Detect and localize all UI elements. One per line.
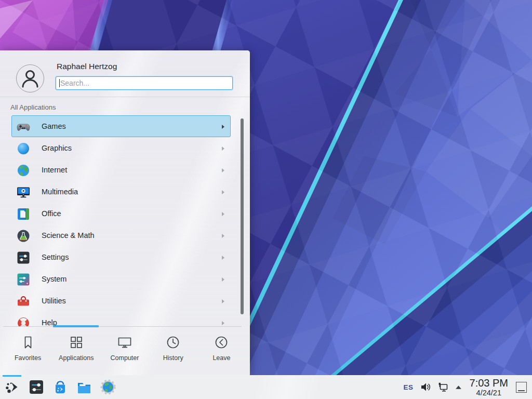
network-icon[interactable]: [437, 381, 449, 393]
taskbar-panel: ES 7:03 PM 4/24/21: [0, 375, 532, 399]
clock[interactable]: 7:03 PM 4/24/21: [470, 378, 508, 397]
internet-icon: [16, 163, 31, 178]
tab-applications[interactable]: Applications: [52, 327, 100, 375]
system-settings-button[interactable]: [28, 379, 45, 395]
category-label: Settings: [42, 253, 69, 261]
favorites-icon: [20, 335, 36, 350]
submenu-arrow-icon: [222, 256, 224, 260]
category-label: Graphics: [42, 144, 72, 152]
expand-tray-icon[interactable]: [455, 384, 462, 391]
category-row-help[interactable]: Help: [11, 312, 231, 326]
utilities-icon: [16, 294, 31, 309]
show-desktop-button[interactable]: [516, 382, 527, 393]
submenu-arrow-icon: [222, 190, 224, 194]
tab-label: Applications: [59, 354, 94, 362]
submenu-arrow-icon: [222, 321, 224, 325]
system-icon: [16, 272, 31, 287]
tab-history[interactable]: History: [149, 327, 197, 375]
office-icon: [16, 207, 31, 221]
header-divider: [0, 97, 250, 97]
folder-icon: [76, 379, 92, 395]
category-row-graphics[interactable]: Graphics: [11, 137, 231, 159]
kde-launcher-icon: [4, 379, 21, 395]
settings-icon: [16, 250, 31, 265]
category-label: Multimedia: [42, 188, 78, 196]
web-browser-button[interactable]: [100, 379, 116, 395]
category-label: Science & Math: [42, 231, 95, 240]
sliders-icon: [28, 379, 45, 395]
tab-label: History: [163, 354, 183, 362]
category-label: Utilities: [42, 297, 66, 305]
scrollbar-handle[interactable]: [241, 118, 244, 314]
category-label: Games: [42, 122, 66, 130]
category-row-office[interactable]: Office: [11, 203, 231, 224]
category-row-internet[interactable]: Internet: [11, 159, 231, 181]
tab-label: Computer: [111, 354, 139, 362]
submenu-arrow-icon: [222, 147, 224, 151]
category-list: Games Graphics: [0, 115, 238, 326]
text-caret: [59, 79, 60, 87]
launcher-tabbar: Favorites Applications Computer: [0, 326, 250, 375]
games-icon: [16, 119, 31, 134]
multimedia-icon: [16, 185, 31, 200]
shopping-bag-icon: [52, 379, 69, 395]
submenu-arrow-icon: [222, 168, 224, 172]
category-row-system[interactable]: System: [11, 268, 231, 290]
category-label: Office: [42, 209, 61, 218]
graphics-icon: [16, 141, 31, 156]
science-math-icon: [16, 229, 31, 243]
user-avatar[interactable]: [16, 64, 44, 92]
tab-computer[interactable]: Computer: [100, 327, 149, 375]
leave-icon: [214, 335, 229, 350]
keyboard-layout-indicator[interactable]: ES: [404, 383, 414, 391]
submenu-arrow-icon: [222, 212, 224, 216]
category-row-utilities[interactable]: Utilities: [11, 290, 231, 312]
launcher-active-indicator: [3, 375, 21, 377]
discover-button[interactable]: [52, 379, 69, 395]
tab-label: Leave: [212, 354, 230, 362]
category-label: System: [42, 275, 66, 283]
tab-label: Favorites: [15, 354, 41, 362]
volume-icon[interactable]: [420, 381, 431, 393]
tab-leave[interactable]: Leave: [197, 327, 246, 375]
globe-gear-icon: [100, 379, 116, 395]
category-row-settings[interactable]: Settings: [11, 246, 231, 268]
submenu-arrow-icon: [222, 277, 224, 282]
category-label: Internet: [42, 166, 67, 174]
file-manager-button[interactable]: [76, 379, 92, 395]
computer-icon: [117, 335, 132, 350]
user-name: Raphael Hertzog: [57, 62, 117, 71]
submenu-arrow-icon: [222, 299, 224, 303]
category-row-science-math[interactable]: Science & Math: [11, 224, 231, 246]
clock-date: 4/24/21: [470, 389, 508, 397]
clock-time: 7:03 PM: [470, 378, 508, 388]
submenu-arrow-icon: [222, 234, 224, 238]
tab-favorites[interactable]: Favorites: [4, 327, 52, 375]
person-icon: [17, 65, 44, 92]
help-icon: [16, 316, 31, 326]
system-tray: ES 7:03 PM 4/24/21: [404, 375, 527, 399]
category-row-multimedia[interactable]: Multimedia: [11, 181, 231, 203]
history-icon: [165, 335, 181, 350]
section-label: All Applications: [10, 103, 56, 111]
search-input[interactable]: [56, 76, 233, 90]
applications-icon: [69, 335, 84, 350]
search-field[interactable]: [56, 77, 232, 89]
submenu-arrow-icon: [222, 125, 224, 129]
category-row-games[interactable]: Games: [11, 115, 231, 137]
application-launcher-button[interactable]: [4, 379, 21, 395]
application-launcher-menu: Raphael Hertzog All Applications: [0, 50, 250, 375]
